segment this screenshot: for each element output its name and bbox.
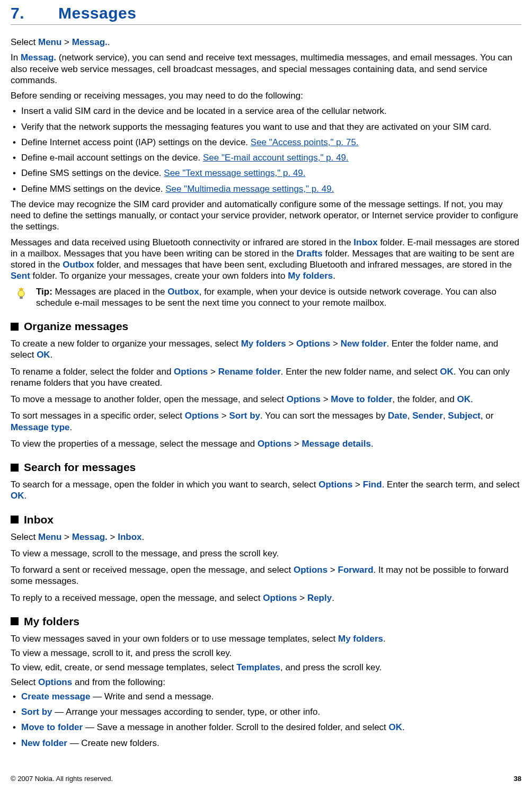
list-item: Define SMS settings on the device. See "… — [11, 167, 521, 179]
ui-term-menu: Menu — [38, 532, 61, 542]
chapter-heading: 7.Messages — [11, 4, 521, 22]
paragraph: To search for a message, open the folder… — [11, 479, 521, 502]
ui-term-options: Options — [185, 411, 219, 421]
ui-term-reply: Reply — [307, 593, 332, 603]
ui-term-options: Options — [294, 565, 327, 575]
ui-term-messag: Messag. — [21, 52, 56, 63]
cross-ref-link[interactable]: See "Text message settings," p. 49. — [164, 168, 305, 178]
text: To rename a folder, select the folder an… — [11, 367, 174, 377]
ui-term-options: Options — [296, 339, 330, 349]
ui-term-create-message: Create message — [21, 691, 90, 702]
text: To reply to a received message, open the… — [11, 593, 263, 603]
page-number: 38 — [514, 775, 521, 783]
text: Define e-mail account settings on the de… — [21, 153, 203, 163]
ui-term-options: Options — [38, 677, 72, 687]
ui-term-my-folders: My folders — [288, 271, 333, 281]
text: To search for a message, open the folder… — [11, 480, 318, 490]
ui-term-find: Find — [363, 480, 382, 490]
text: Select — [11, 37, 38, 47]
chapter-title: Messages — [58, 4, 136, 22]
text: . — [333, 271, 335, 281]
paragraph: To view, edit, create, or send message t… — [11, 662, 521, 673]
ui-term-my-folders: My folders — [241, 339, 286, 349]
text: . — [332, 593, 334, 603]
paragraph: To view a message, scroll to it, and pre… — [11, 647, 521, 659]
text: . You can sort the messages by — [260, 411, 388, 421]
list-item: Insert a valid SIM card in the device an… — [11, 105, 521, 117]
divider — [11, 24, 521, 25]
square-bullet-icon — [11, 464, 19, 472]
paragraph: To move a message to another folder, ope… — [11, 394, 521, 405]
text: To create a new folder to organize your … — [11, 339, 241, 349]
cross-ref-link[interactable]: See "E-mail account settings," p. 49. — [203, 153, 349, 163]
paragraph: Select Menu > Messag. > Inbox. — [11, 531, 521, 543]
paragraph: Select Menu > Messag.. — [11, 37, 521, 48]
ui-term-sent: Sent — [11, 271, 30, 281]
ui-term-options: Options — [287, 394, 321, 404]
text: Define Internet access point (IAP) setti… — [21, 137, 251, 147]
paragraph: Messages and data received using Bluetoo… — [11, 237, 521, 282]
text: — Create new folders. — [67, 738, 159, 748]
list-item: New folder — Create new folders. — [11, 738, 521, 749]
text: > — [297, 593, 307, 603]
text: To view the properties of a message, sel… — [11, 439, 258, 449]
text: > — [321, 394, 331, 404]
ui-term-outbox: Outbox — [63, 260, 94, 270]
document-page: 7.Messages Select Menu > Messag.. In Mes… — [0, 0, 532, 790]
ui-term-inbox: Inbox — [353, 237, 377, 247]
svg-point-0 — [18, 290, 24, 297]
ui-term-templates: Templates — [236, 662, 280, 672]
paragraph: The device may recognize the SIM card pr… — [11, 199, 521, 233]
ui-term-drafts: Drafts — [297, 248, 323, 259]
paragraph: In Messag. (network service), you can se… — [11, 52, 521, 86]
list-item: Define Internet access point (IAP) setti… — [11, 137, 521, 148]
ui-term-menu: Menu — [38, 37, 61, 47]
ui-term-messag: Messag. — [72, 37, 108, 47]
paragraph: To forward a sent or received message, o… — [11, 564, 521, 587]
paragraph: To reply to a received message, open the… — [11, 592, 521, 603]
lightbulb-icon — [16, 286, 26, 309]
ui-term-subject: Subject — [448, 411, 480, 421]
text: Select — [11, 677, 38, 687]
paragraph: To rename a folder, select the folder an… — [11, 366, 521, 389]
list-item: Verify that the network supports the mes… — [11, 121, 521, 132]
text: Define SMS settings on the device. — [21, 168, 164, 178]
text: . — [108, 37, 110, 47]
text: , or — [481, 411, 494, 421]
ui-term-sort-by: Sort by — [21, 707, 52, 717]
text: (network service), you can send and rece… — [11, 52, 512, 85]
text: In — [11, 52, 21, 63]
list-item: Define MMS settings on the device. See "… — [11, 183, 521, 194]
text: . — [142, 532, 145, 542]
list-item: Move to folder — Save a message in anoth… — [11, 722, 521, 733]
ui-term-forward: Forward — [338, 565, 374, 575]
text: . Enter the search term, and select — [382, 480, 520, 490]
paragraph: To view a message, scroll to the message… — [11, 548, 521, 559]
text: , and press the scroll key. — [280, 662, 382, 672]
text: — Arrange your messages according to sen… — [52, 707, 321, 717]
text: To forward a sent or received message, o… — [11, 565, 294, 575]
ui-term-inbox: Inbox — [118, 532, 141, 542]
ui-term-move-to-folder: Move to folder — [331, 394, 392, 404]
text: To view, edit, create, or send message t… — [11, 662, 236, 672]
text: To view messages saved in your own folde… — [11, 634, 338, 644]
text: . — [402, 722, 405, 732]
paragraph: Before sending or receiving messages, yo… — [11, 90, 521, 101]
ui-term-ok: OK — [457, 394, 471, 404]
cross-ref-link[interactable]: See "Multimedia message settings," p. 49… — [165, 184, 334, 194]
ui-term-ok: OK — [37, 350, 50, 360]
paragraph: To view messages saved in your own folde… — [11, 633, 521, 644]
ui-term-sort-by: Sort by — [229, 411, 260, 421]
ui-term-new-folder: New folder — [21, 738, 67, 748]
text: > — [108, 532, 118, 542]
section-title: Search for messages — [24, 461, 136, 474]
text: . — [50, 350, 53, 360]
section-heading-search: Search for messages — [11, 461, 521, 474]
text: folder, and messages that have been sent… — [94, 260, 512, 270]
ui-term-options: Options — [258, 439, 291, 449]
section-heading-inbox: Inbox — [11, 513, 521, 526]
text: and from the following: — [72, 677, 165, 687]
ui-term-sender: Sender — [412, 411, 443, 421]
cross-ref-link[interactable]: See "Access points," p. 75. — [251, 137, 359, 147]
text: Define MMS settings on the device. — [21, 184, 165, 194]
